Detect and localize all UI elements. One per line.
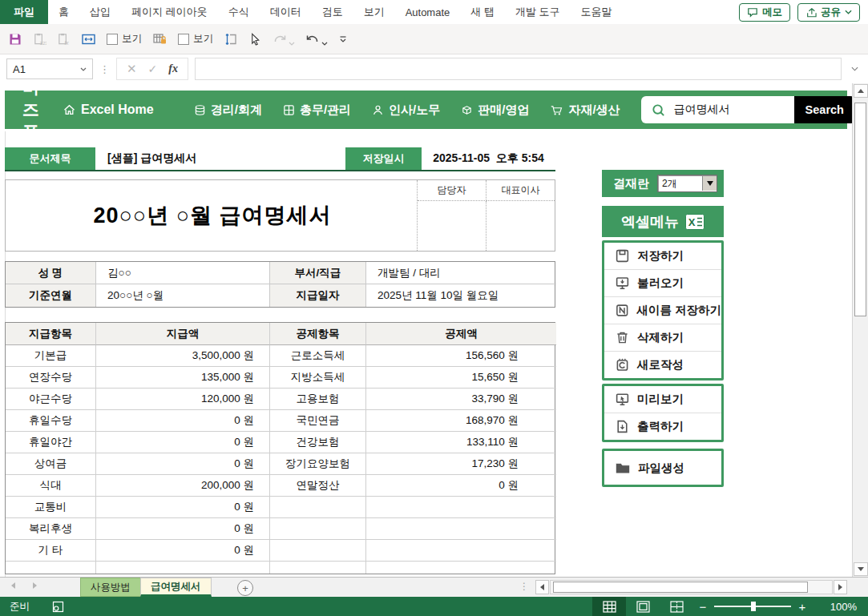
- redo-icon: [273, 32, 287, 46]
- deduction-amount: 0 원: [366, 475, 556, 497]
- undo-button[interactable]: [305, 32, 328, 46]
- horizontal-scrollbar[interactable]: [550, 580, 833, 594]
- select-cursor-icon[interactable]: [248, 32, 262, 46]
- dropdown-button[interactable]: [702, 176, 717, 191]
- name-box[interactable]: A1: [6, 58, 93, 79]
- column-width-icon[interactable]: [81, 32, 96, 46]
- add-sheet-button[interactable]: +: [237, 580, 253, 596]
- tab-page-layout[interactable]: 페이지 레이아웃: [121, 0, 218, 24]
- delete-menu-button[interactable]: 삭제하기: [604, 324, 721, 352]
- search-button[interactable]: Search: [794, 96, 852, 123]
- triangle-up-icon: [858, 89, 864, 93]
- tab-file[interactable]: 파일: [0, 0, 48, 24]
- pay-item: 복리후생: [6, 518, 96, 540]
- sheet-tab-bar: 사용방법 급여명세서 + ⋮: [0, 577, 868, 597]
- page-break-view-button[interactable]: [660, 597, 693, 616]
- info-value: 2025년 11월 10일 월요일: [366, 284, 556, 307]
- approval-count-select[interactable]: 2개: [657, 175, 717, 192]
- qat-view-toggle-2[interactable]: 보기: [178, 32, 213, 46]
- svg-text:123: 123: [40, 40, 47, 46]
- create-file-menu-button[interactable]: 파일생성: [604, 451, 721, 485]
- horizontal-scroll-thumb[interactable]: [553, 582, 808, 593]
- drag-handle-icon[interactable]: ⋮: [99, 63, 110, 75]
- normal-view-button[interactable]: [592, 597, 626, 616]
- macro-record-icon[interactable]: [52, 601, 64, 613]
- preview-menu-button[interactable]: 미리보기: [604, 386, 721, 413]
- checkbox-icon[interactable]: [178, 34, 189, 45]
- new-document-menu-button[interactable]: 새로작성: [604, 352, 721, 378]
- bizforms-navbar: 비즈폼 Excel Home 경리/회계 총무/관리 인사/노무 판매/영업 자…: [5, 91, 847, 129]
- bizforms-logo[interactable]: 비즈폼: [22, 83, 40, 143]
- zoom-level[interactable]: 100%: [822, 601, 857, 613]
- page-layout-view-button[interactable]: [626, 597, 660, 616]
- pay-amount: 0 원: [96, 410, 270, 432]
- tab-developer[interactable]: 개발 도구: [505, 0, 571, 24]
- nav-excel-home[interactable]: Excel Home: [63, 103, 154, 117]
- tab-review[interactable]: 검토: [312, 0, 353, 24]
- zoom-slider-handle[interactable]: [751, 602, 756, 611]
- qat-overflow-icon[interactable]: [338, 35, 348, 43]
- tab-data[interactable]: 데이터: [260, 0, 312, 24]
- expand-formula-bar-icon[interactable]: [848, 66, 862, 71]
- checkbox-icon[interactable]: [107, 34, 118, 45]
- tab-insert[interactable]: 삽입: [79, 0, 121, 24]
- nav-menu-admin[interactable]: 총무/관리: [283, 103, 351, 118]
- save-menu-button[interactable]: 저장하기: [604, 243, 721, 270]
- hscroll-right-button[interactable]: [834, 580, 847, 594]
- chevron-down-icon[interactable]: [80, 67, 87, 71]
- tab-formulas[interactable]: 수식: [218, 0, 260, 24]
- row-height-icon[interactable]: [224, 32, 238, 46]
- deduction-item: 근로소득세: [270, 345, 366, 367]
- scroll-up-button[interactable]: [854, 84, 868, 98]
- zoom-in-button[interactable]: +: [793, 600, 812, 614]
- triangle-left-icon: [540, 584, 544, 590]
- qat-view-toggle-1[interactable]: 보기: [107, 32, 142, 46]
- splitter-handle-icon[interactable]: ⋮: [519, 581, 529, 592]
- search-field[interactable]: [641, 96, 794, 123]
- nav-menu-sales[interactable]: 판매/영업: [461, 103, 529, 118]
- nav-menu-hr[interactable]: 인사/노무: [372, 103, 440, 118]
- doc-title-badge: 문서제목: [5, 147, 95, 170]
- tab-home[interactable]: 홈: [48, 0, 79, 24]
- tab-view[interactable]: 보기: [353, 0, 395, 24]
- print-menu-button[interactable]: 출력하기: [604, 413, 721, 440]
- download-monitor-icon: [615, 276, 630, 291]
- info-value: 개발팀 / 대리: [366, 262, 556, 284]
- triangle-right-icon: [838, 584, 842, 590]
- scroll-down-button[interactable]: [854, 562, 868, 576]
- approval-line-widget: 결재란 2개: [602, 170, 724, 197]
- tab-automate[interactable]: Automate: [395, 0, 461, 24]
- undo-icon[interactable]: [305, 32, 320, 46]
- formula-input[interactable]: [195, 58, 842, 80]
- tab-new-tab[interactable]: 새 탭: [460, 0, 505, 24]
- chevron-down-icon[interactable]: [321, 42, 328, 46]
- tab-help[interactable]: 도움말: [571, 0, 623, 24]
- save-icon[interactable]: [8, 32, 22, 46]
- nav-menu-materials[interactable]: 자재/생산: [550, 103, 620, 118]
- next-sheet-icon[interactable]: [33, 582, 37, 589]
- memo-button[interactable]: 메모: [739, 3, 790, 22]
- chevron-down-icon: [845, 10, 852, 14]
- sheet-tab-payslip[interactable]: 급여명세서: [140, 578, 212, 597]
- load-menu-button[interactable]: 불러오기: [604, 270, 721, 297]
- nav-menu-accounting[interactable]: 경리/회계: [194, 103, 262, 118]
- menu-group-file-create: 파일생성: [602, 449, 724, 487]
- search-input[interactable]: [672, 103, 788, 117]
- share-button[interactable]: 공유: [797, 3, 860, 22]
- payslip-title-block: 20○○년 ○월 급여명세서 담당자 대표이사: [5, 179, 555, 252]
- zoom-slider[interactable]: [714, 606, 791, 607]
- database-icon: [194, 104, 206, 116]
- save-as-menu-button[interactable]: 새이름 저장하기: [604, 297, 721, 324]
- sheet-protect-icon[interactable]: [152, 32, 168, 46]
- sheet-tab-guide[interactable]: 사용방법: [80, 578, 141, 597]
- pay-amount: 0 원: [96, 540, 270, 562]
- prev-sheet-icon[interactable]: [11, 582, 15, 589]
- zoom-out-button[interactable]: −: [693, 600, 713, 614]
- deduction-item: 국민연금: [270, 410, 366, 432]
- vertical-scrollbar[interactable]: [852, 83, 868, 577]
- insert-function-icon[interactable]: fx: [168, 62, 178, 75]
- hscroll-left-button[interactable]: [535, 580, 549, 594]
- sheet-canvas[interactable]: 비즈폼 Excel Home 경리/회계 총무/관리 인사/노무 판매/영업 자…: [0, 83, 852, 577]
- vertical-scroll-thumb[interactable]: [854, 103, 866, 316]
- formula-bar: A1 ⋮ ✕ ✓ fx: [0, 54, 868, 84]
